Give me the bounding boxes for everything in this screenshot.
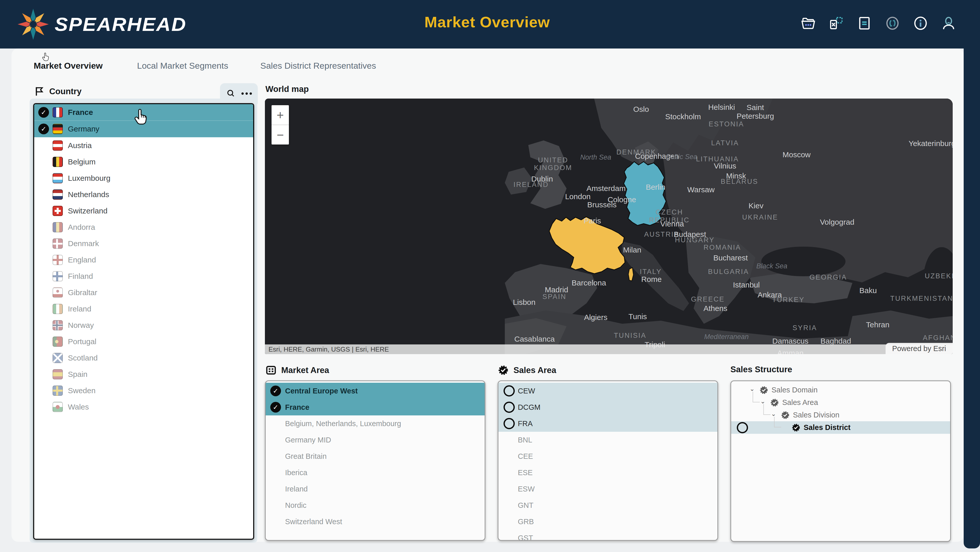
market-area-item[interactable]: ✓ Nordic	[266, 497, 485, 514]
country-label: Spain	[68, 370, 88, 379]
market-area-item[interactable]: ✓ Ireland	[266, 481, 485, 497]
country-title: Country	[49, 86, 82, 96]
market-area-item[interactable]: ✓ Great Britain	[266, 448, 485, 464]
tree-node[interactable]: ⌄ Sales Domain	[731, 384, 950, 396]
country-flag-icon	[52, 386, 63, 396]
sales-area-item[interactable]: FRA	[498, 415, 718, 432]
country-flag-icon	[52, 287, 63, 298]
sales-area-label: CEW	[518, 387, 535, 395]
radio-circle-icon	[504, 402, 515, 413]
sales-area-item[interactable]: DCGM	[498, 399, 718, 415]
world-map[interactable]: OsloStockholmHelsinkiSaint PetersburgEST…	[265, 99, 953, 354]
country-list-item[interactable]: ✓ Belgium	[34, 154, 253, 170]
market-area-label: Great Britain	[285, 452, 327, 461]
country-list-item[interactable]: ✓ Spain	[34, 366, 253, 383]
country-list-item[interactable]: ✓ Sweden	[34, 383, 253, 399]
country-list-item[interactable]: ✓ Andorra	[34, 219, 253, 235]
country-list-item[interactable]: ✓ Portugal	[34, 333, 253, 350]
zoom-in-button[interactable]: +	[272, 105, 289, 124]
country-list-item[interactable]: ✓ Netherlands	[34, 187, 253, 203]
country-flag-icon	[52, 124, 63, 134]
market-area-item[interactable]: ✓ Germany MID	[266, 432, 485, 448]
profile-icon[interactable]	[940, 15, 957, 32]
market-area-item[interactable]: ✓ Belgium, Netherlands, Luxembourg	[266, 415, 485, 432]
chevron-down-icon[interactable]: ⌄	[760, 398, 765, 405]
sales-area-listbox[interactable]: CEW DCGM FRA BNL CEE ESE ESW GNT	[498, 380, 718, 541]
open-app-icon[interactable]	[800, 15, 817, 32]
sales-area-item[interactable]: CEW	[498, 383, 718, 399]
country-list-item[interactable]: ✓ Norway	[34, 317, 253, 333]
sales-area-label: GNT	[518, 501, 533, 510]
sales-area-item[interactable]: GNT	[498, 497, 718, 514]
market-area-item[interactable]: ✓ Switzerland West	[266, 514, 485, 530]
country-list-item[interactable]: ✓ Luxembourg	[34, 170, 253, 187]
sales-area-item[interactable]: ESW	[498, 481, 718, 497]
country-list-item[interactable]: ✓ Finland	[34, 268, 253, 284]
tab-local-market-segments[interactable]: Local Market Segments	[137, 61, 228, 71]
country-list-item[interactable]: ✓ Wales	[34, 399, 253, 415]
country-list-item[interactable]: ✓ Germany	[34, 121, 253, 137]
country-flag-icon	[52, 320, 63, 330]
tree-node-label: Sales Division	[793, 411, 839, 419]
search-icon[interactable]	[226, 89, 236, 98]
sales-area-label: ESW	[518, 485, 535, 493]
kebab-menu-icon[interactable]	[242, 93, 252, 95]
zoom-out-button[interactable]: −	[272, 124, 289, 145]
tab-market-overview[interactable]: Market Overview	[34, 61, 103, 71]
gear-check-icon	[781, 410, 790, 420]
clear-selections-icon[interactable]	[828, 15, 845, 32]
country-flag-icon	[52, 304, 63, 314]
country-flag-icon	[52, 255, 63, 265]
sales-area-label: GRB	[518, 517, 534, 526]
country-flag-icon	[52, 222, 63, 232]
brand-logo: SPEARHEAD	[16, 6, 186, 42]
country-list-item[interactable]: ✓ Denmark	[34, 235, 253, 252]
tree-node[interactable]: ⌄ Sales Division	[731, 409, 950, 421]
reload-icon[interactable]	[884, 15, 901, 32]
map-zoom-control: + −	[272, 105, 289, 145]
map-basemap	[265, 99, 953, 354]
tree-node-label: Sales Area	[782, 398, 818, 407]
country-list-item[interactable]: ✓ Gibraltar	[34, 284, 253, 301]
market-area-listbox[interactable]: ✓ Central Europe West ✓ France ✓ Belgium…	[265, 380, 485, 541]
country-list-item[interactable]: ✓ Ireland	[34, 301, 253, 317]
market-area-item[interactable]: ✓ Iberica	[266, 464, 485, 481]
market-area-header: Market Area	[266, 365, 329, 376]
sales-structure-tree[interactable]: ⌄ Sales Domain ⌄ Sales Area ⌄	[730, 380, 951, 542]
market-area-item[interactable]: ✓ Central Europe West	[266, 383, 485, 399]
market-area-item[interactable]: ✓ France	[266, 399, 485, 415]
country-list-item[interactable]: ✓ Switzerland	[34, 203, 253, 219]
sales-area-header: Sales Area	[498, 365, 556, 376]
info-icon[interactable]	[912, 15, 929, 32]
country-flag-icon	[52, 369, 63, 380]
sales-area-item[interactable]: BNL	[498, 432, 718, 448]
sales-area-label: FRA	[518, 420, 533, 428]
country-listbox[interactable]: ✓ France ✓ Germany ✓ Austria ✓ Belgium ✓…	[33, 103, 254, 540]
country-list-item[interactable]: ✓ France	[34, 104, 253, 121]
sales-area-item[interactable]: GRB	[498, 514, 718, 530]
sales-area-label: ESE	[518, 469, 533, 477]
country-flag-icon	[52, 271, 63, 281]
sales-area-item[interactable]: ESE	[498, 464, 718, 481]
market-area-label: Belgium, Netherlands, Luxembourg	[285, 420, 401, 428]
country-list-item[interactable]: ✓ Scotland	[34, 350, 253, 366]
chevron-down-icon[interactable]: ⌄	[771, 410, 776, 418]
country-label: Scotland	[68, 354, 98, 362]
gear-check-icon	[770, 398, 779, 407]
tree-node[interactable]: ⌄ Sales District	[731, 421, 950, 434]
chevron-down-icon[interactable]: ⌄	[749, 385, 755, 392]
country-list-item[interactable]: ✓ England	[34, 252, 253, 268]
country-list-item[interactable]: ✓ Austria	[34, 137, 253, 154]
sales-area-item[interactable]: CEE	[498, 448, 718, 464]
sales-area-item[interactable]: GST	[498, 530, 718, 541]
tab-sales-district-representatives[interactable]: Sales District Representatives	[260, 61, 376, 71]
gear-check-icon	[791, 423, 800, 432]
sales-area-label: BNL	[518, 436, 532, 444]
sheet-notes-icon[interactable]	[856, 15, 873, 32]
map-powered-by: Powered by Esri	[886, 343, 953, 354]
country-flag-icon	[52, 238, 63, 249]
country-flag-icon	[52, 173, 63, 183]
country-flag-icon	[52, 402, 63, 412]
country-listbox-toolbar	[220, 83, 258, 104]
brand-name: SPEARHEAD	[55, 13, 186, 35]
